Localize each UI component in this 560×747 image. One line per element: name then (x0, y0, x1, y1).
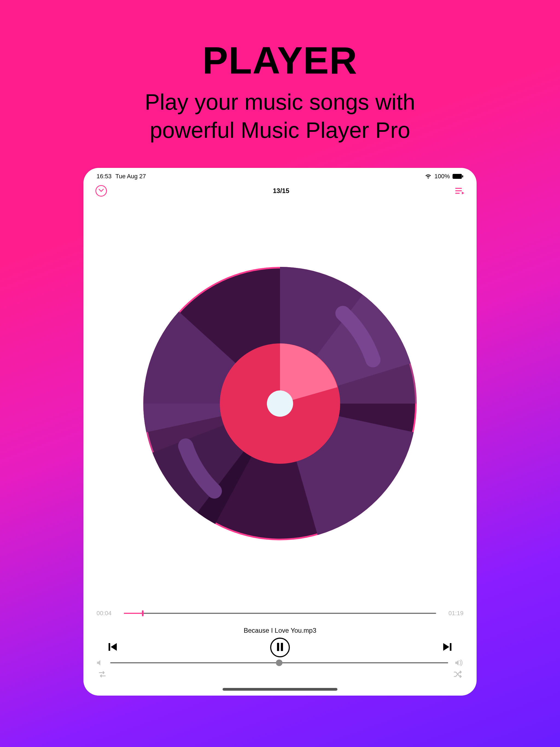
svg-rect-4 (455, 193, 460, 194)
album-art-area (83, 199, 477, 609)
battery-icon (453, 174, 463, 179)
svg-rect-13 (450, 643, 452, 651)
player-header: 13/15 (83, 183, 477, 199)
volume-high-icon (455, 660, 463, 666)
seek-row: 00:04 01:19 (97, 609, 463, 617)
elapsed-time: 00:04 (97, 610, 116, 617)
transport-controls (97, 638, 463, 657)
svg-rect-11 (277, 643, 279, 651)
duration-time: 01:19 (444, 610, 463, 617)
tablet-frame: 16:53 Tue Aug 27 100% 13/15 (83, 168, 477, 696)
promo-subtitle: Play your music songs with powerful Musi… (0, 88, 560, 144)
skip-next-icon (441, 649, 453, 653)
pause-icon (276, 643, 284, 652)
shuffle-icon (453, 670, 462, 678)
next-button[interactable] (441, 641, 453, 653)
track-counter: 13/15 (273, 187, 289, 195)
svg-rect-12 (281, 643, 283, 651)
queue-button[interactable] (455, 187, 464, 195)
status-time: 16:53 (97, 173, 111, 180)
volume-low-icon (97, 660, 104, 666)
promo-title: PLAYER (0, 38, 560, 83)
svg-rect-10 (108, 643, 110, 651)
collapse-button[interactable] (96, 185, 107, 197)
vinyl-record-icon (143, 267, 417, 541)
play-pause-button[interactable] (270, 638, 290, 657)
previous-button[interactable] (107, 641, 119, 653)
seek-thumb (142, 610, 144, 616)
song-title: Because I Love You.mp3 (97, 627, 463, 634)
wifi-icon (425, 174, 432, 179)
skip-previous-icon (107, 649, 119, 653)
repeat-button[interactable] (98, 670, 107, 678)
mode-row (97, 670, 463, 678)
svg-rect-1 (462, 175, 463, 177)
promo-headline: PLAYER Play your music songs with powerf… (0, 38, 560, 144)
svg-rect-3 (455, 190, 462, 191)
svg-rect-2 (455, 188, 462, 189)
volume-thumb (276, 660, 282, 666)
status-battery-percent: 100% (434, 173, 450, 180)
status-date: Tue Aug 27 (116, 173, 146, 180)
status-bar: 16:53 Tue Aug 27 100% (83, 168, 477, 183)
queue-icon (455, 187, 464, 195)
shuffle-button[interactable] (453, 670, 462, 678)
volume-slider[interactable] (110, 662, 448, 664)
seek-slider[interactable] (124, 609, 436, 617)
promo-background: PLAYER Play your music songs with powerf… (0, 0, 560, 747)
chevron-down-icon (99, 188, 104, 193)
home-indicator[interactable] (223, 688, 337, 691)
svg-rect-0 (453, 174, 462, 179)
volume-row (97, 660, 463, 666)
seek-fill (124, 613, 143, 614)
player-controls: 00:04 01:19 Because I Love You.mp3 (83, 609, 477, 696)
svg-point-9 (267, 390, 293, 417)
repeat-icon (98, 670, 107, 678)
